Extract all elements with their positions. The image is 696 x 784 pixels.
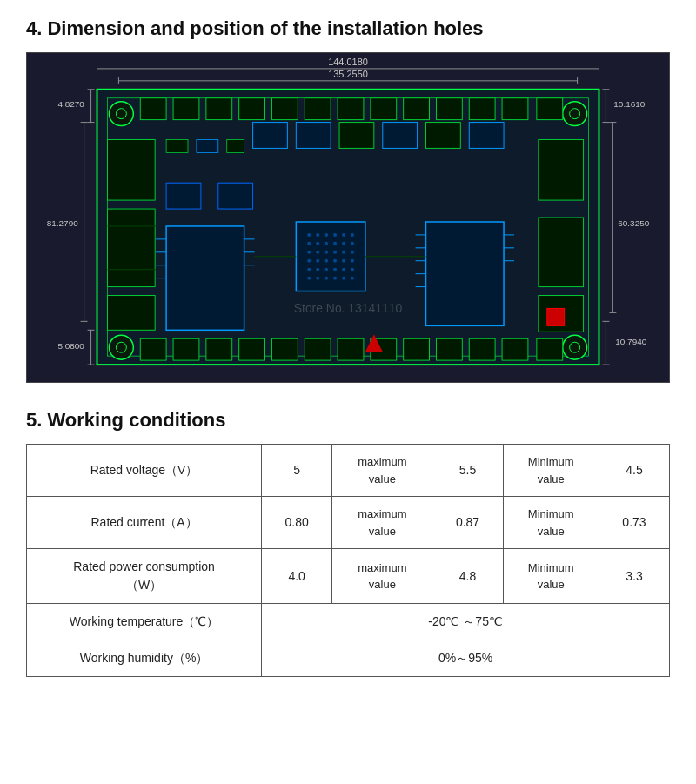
svg-rect-47 — [107, 296, 155, 331]
section5-title: 5. Working conditions — [26, 409, 670, 432]
svg-rect-109 — [539, 218, 584, 287]
row-label-humidity: Working humidity（%） — [27, 640, 262, 677]
svg-rect-23 — [271, 98, 298, 120]
svg-point-73 — [342, 251, 345, 254]
max-value-current: 0.87 — [432, 497, 503, 549]
svg-point-76 — [316, 259, 319, 263]
svg-rect-34 — [206, 338, 232, 360]
svg-point-85 — [342, 268, 345, 271]
svg-rect-56 — [296, 222, 365, 291]
svg-rect-36 — [271, 338, 298, 360]
svg-rect-40 — [404, 338, 430, 360]
min-label-current: Minimumvalue — [503, 497, 599, 549]
svg-rect-29 — [469, 98, 495, 120]
svg-point-86 — [351, 268, 354, 271]
svg-rect-44 — [537, 338, 563, 360]
svg-rect-24 — [304, 98, 331, 120]
table-row: Rated power consumption（W） 4.0 maximumva… — [27, 549, 670, 604]
max-label-current: maximumvalue — [332, 497, 432, 549]
svg-text:5.0800: 5.0800 — [57, 341, 84, 351]
svg-rect-107 — [469, 123, 504, 149]
svg-rect-104 — [339, 123, 374, 149]
svg-point-17 — [563, 335, 587, 359]
svg-text:4.8270: 4.8270 — [57, 99, 84, 109]
svg-rect-22 — [239, 98, 265, 120]
svg-point-74 — [351, 251, 354, 254]
svg-point-84 — [333, 268, 337, 271]
svg-point-88 — [316, 277, 319, 280]
svg-point-80 — [351, 259, 354, 263]
svg-rect-28 — [436, 98, 462, 120]
svg-point-79 — [342, 259, 345, 263]
svg-point-13 — [563, 102, 587, 126]
row-label-current: Rated current（A） — [27, 497, 262, 549]
svg-rect-106 — [426, 123, 461, 149]
current-value: 0.80 — [262, 497, 332, 549]
svg-rect-21 — [206, 98, 232, 120]
svg-rect-103 — [296, 123, 331, 149]
table-row: Rated current（A） 0.80 maximumvalue 0.87 … — [27, 497, 670, 549]
svg-rect-33 — [173, 338, 199, 360]
svg-text:60.3250: 60.3250 — [618, 218, 649, 228]
svg-point-92 — [351, 277, 354, 280]
min-value-current: 0.73 — [599, 497, 669, 549]
svg-point-60 — [333, 233, 337, 237]
watermark-text: Store No. 13141110 — [294, 301, 403, 315]
svg-point-67 — [342, 242, 345, 245]
svg-rect-102 — [253, 123, 288, 149]
svg-point-89 — [325, 277, 328, 280]
svg-rect-31 — [537, 98, 563, 120]
svg-point-58 — [316, 233, 319, 237]
table-row: Working humidity（%） 0%～95% — [27, 640, 670, 677]
section4-title: 4. Dimension and position of the install… — [26, 17, 670, 40]
svg-text:135.2550: 135.2550 — [328, 69, 368, 79]
svg-point-69 — [307, 251, 311, 254]
svg-point-61 — [342, 233, 345, 237]
svg-rect-93 — [426, 222, 505, 325]
svg-point-11 — [109, 102, 133, 126]
svg-point-71 — [325, 251, 328, 254]
svg-point-70 — [316, 251, 319, 254]
svg-rect-111 — [547, 308, 565, 325]
svg-point-81 — [307, 268, 311, 271]
max-value-power: 4.8 — [432, 549, 503, 604]
svg-point-83 — [325, 268, 328, 271]
svg-point-64 — [316, 242, 319, 245]
section5-container: 5. Working conditions Rated voltage（V） 5… — [26, 409, 670, 677]
max-value-voltage: 5.5 — [432, 445, 503, 497]
section4-container: 4. Dimension and position of the install… — [26, 17, 670, 383]
svg-point-72 — [333, 251, 337, 254]
svg-point-87 — [307, 277, 311, 280]
svg-point-15 — [109, 335, 133, 359]
svg-rect-35 — [239, 338, 265, 360]
row-label-voltage: Rated voltage（V） — [27, 445, 262, 497]
power-value: 4.0 — [262, 549, 332, 604]
svg-point-75 — [307, 259, 311, 263]
min-value-voltage: 4.5 — [599, 445, 669, 497]
row-label-power: Rated power consumption（W） — [27, 549, 262, 604]
table-row: Working temperature（℃） -20℃ ～75℃ — [27, 604, 670, 640]
svg-rect-116 — [166, 183, 201, 209]
table-row: Rated voltage（V） 5 maximumvalue 5.5 Mini… — [27, 445, 670, 497]
svg-rect-114 — [197, 139, 218, 152]
max-label-power: maximumvalue — [332, 549, 432, 604]
voltage-value: 5 — [262, 445, 332, 497]
svg-text:10.1610: 10.1610 — [613, 99, 645, 109]
svg-rect-41 — [436, 338, 462, 360]
min-label-voltage: Minimumvalue — [503, 445, 599, 497]
svg-rect-27 — [404, 98, 430, 120]
min-label-power: Minimumvalue — [503, 549, 599, 604]
svg-text:10.7940: 10.7940 — [615, 337, 646, 346]
svg-rect-45 — [107, 139, 155, 200]
svg-point-65 — [325, 242, 328, 245]
svg-rect-37 — [304, 338, 331, 360]
svg-rect-32 — [140, 338, 166, 360]
min-value-power: 3.3 — [599, 549, 669, 604]
svg-text:81.2790: 81.2790 — [47, 218, 78, 228]
svg-rect-20 — [173, 98, 199, 120]
temp-value: -20℃ ～75℃ — [262, 604, 670, 640]
svg-point-59 — [325, 233, 328, 237]
humidity-value: 0%～95% — [262, 640, 670, 677]
svg-rect-105 — [383, 123, 418, 149]
svg-rect-30 — [502, 98, 528, 120]
